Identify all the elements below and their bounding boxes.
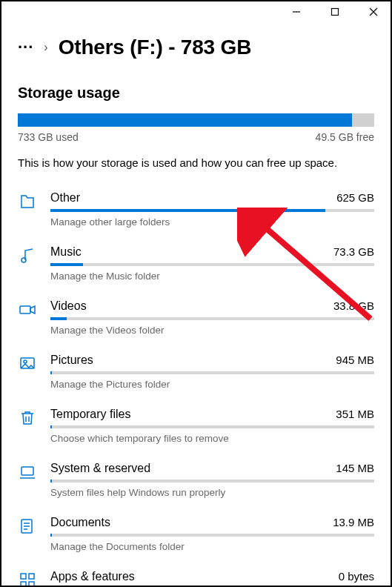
- category-other[interactable]: Other 625 GB Manage other large folders: [18, 184, 374, 238]
- category-name: Pictures: [50, 354, 93, 367]
- category-size: 33.8 GB: [333, 299, 374, 312]
- category-size: 625 GB: [336, 191, 374, 204]
- category-bar: [50, 480, 374, 482]
- svg-point-7: [24, 360, 27, 363]
- category-sub: Manage the Pictures folder: [50, 379, 374, 390]
- laptop-icon: [18, 463, 37, 481]
- category-name: Temporary files: [50, 408, 130, 421]
- category-pictures[interactable]: Pictures 945 MB Manage the Pictures fold…: [18, 346, 374, 400]
- category-bar: [50, 209, 374, 212]
- category-documents[interactable]: Documents 13.9 MB Manage the Documents f…: [18, 508, 374, 563]
- svg-rect-16: [29, 574, 34, 579]
- music-icon: [18, 247, 37, 265]
- trash-icon: [18, 409, 37, 427]
- category-sub: Choose which temporary files to remove: [50, 433, 374, 444]
- category-system[interactable]: System & reserved 145 MB System files he…: [18, 454, 374, 508]
- category-sub: System files help Windows run properly: [50, 487, 374, 498]
- documents-icon: [18, 517, 37, 535]
- svg-rect-5: [20, 306, 30, 314]
- svg-rect-1: [332, 9, 339, 16]
- category-bar: [50, 425, 374, 428]
- window-titlebar: [1, 1, 391, 22]
- category-sub: Manage the Videos folder: [50, 325, 374, 336]
- page-title: Others (F:) - 783 GB: [59, 36, 251, 59]
- storage-total-fill: [18, 113, 352, 127]
- used-label: 733 GB used: [18, 131, 79, 143]
- category-apps[interactable]: Apps & features 0 bytes: [18, 563, 374, 587]
- apps-icon: [18, 571, 37, 587]
- minimize-button[interactable]: [284, 3, 309, 21]
- category-size: 73.3 GB: [333, 245, 374, 258]
- category-temporary[interactable]: Temporary files 351 MB Choose which temp…: [18, 400, 374, 454]
- folder-icon: [18, 193, 37, 210]
- section-heading: Storage usage: [18, 84, 374, 102]
- category-size: 351 MB: [336, 408, 374, 420]
- category-size: 0 bytes: [339, 570, 374, 583]
- category-size: 13.9 MB: [333, 516, 374, 528]
- pictures-icon: [18, 355, 37, 373]
- svg-rect-18: [29, 582, 34, 587]
- category-size: 145 MB: [336, 462, 374, 474]
- category-list: Other 625 GB Manage other large folders …: [18, 184, 374, 587]
- close-button[interactable]: [361, 3, 386, 21]
- category-name: System & reserved: [50, 462, 150, 475]
- video-icon: [18, 301, 37, 319]
- category-bar: [50, 317, 374, 320]
- category-name: Documents: [50, 516, 110, 529]
- description-text: This is how your storage is used and how…: [18, 156, 374, 169]
- category-bar: [50, 263, 374, 266]
- breadcrumb-more-icon[interactable]: ···: [18, 38, 33, 57]
- category-videos[interactable]: Videos 33.8 GB Manage the Videos folder: [18, 292, 374, 346]
- category-sub: Manage the Music folder: [50, 271, 374, 282]
- breadcrumb: ··· › Others (F:) - 783 GB: [18, 36, 374, 59]
- chevron-right-icon: ›: [44, 41, 47, 54]
- category-sub: Manage the Documents folder: [50, 541, 374, 552]
- category-music[interactable]: Music 73.3 GB Manage the Music folder: [18, 238, 374, 292]
- svg-rect-15: [21, 574, 26, 579]
- category-bar: [50, 534, 374, 537]
- svg-rect-10: [21, 467, 33, 475]
- category-name: Videos: [50, 299, 87, 313]
- svg-rect-17: [21, 582, 26, 587]
- category-name: Music: [50, 245, 82, 259]
- category-bar: [50, 371, 374, 374]
- category-sub: Manage other large folders: [50, 216, 374, 228]
- storage-total-bar: [18, 113, 374, 127]
- category-name: Apps & features: [50, 570, 135, 583]
- category-size: 945 MB: [336, 354, 374, 366]
- free-label: 49.5 GB free: [316, 131, 374, 143]
- category-name: Other: [50, 191, 80, 205]
- maximize-button[interactable]: [322, 3, 348, 21]
